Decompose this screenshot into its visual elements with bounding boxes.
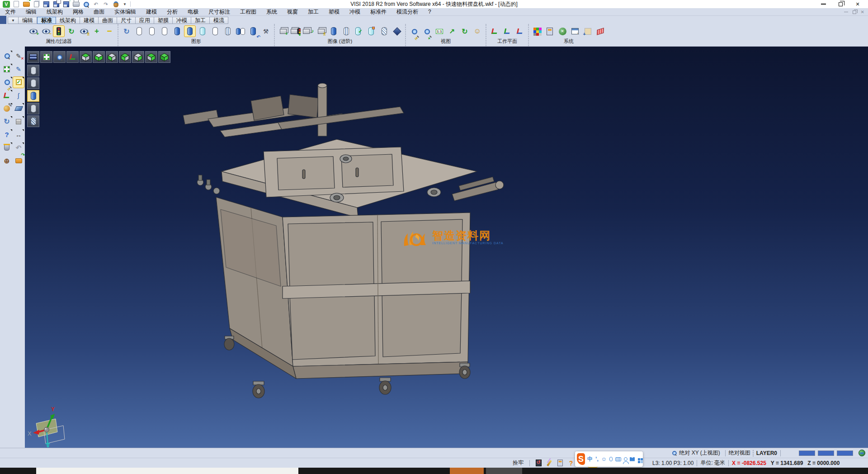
cylinder-shaded-edges-icon[interactable] [184,26,195,37]
triad-icon[interactable] [66,51,79,63]
menu-item-dimension[interactable]: 尺寸标注 [203,8,235,16]
menu-item-flow-analysis[interactable]: 模流分析 [392,8,423,16]
zoom-search-icon[interactable] [53,51,66,63]
display-cylinder-active-icon[interactable] [27,90,39,102]
print-icon[interactable] [73,2,80,7]
cylinder-hidden-line-icon[interactable] [146,26,157,37]
menu-item-window[interactable]: 视窗 [282,8,303,16]
menu-item-analysis[interactable]: 分析 [162,8,183,16]
tab-dimension[interactable]: 尺寸 [117,17,136,24]
display-cylinder-3-icon[interactable] [27,103,39,114]
menu-item-system[interactable]: 系统 [261,8,282,16]
save-icon[interactable] [43,1,49,7]
menu-item-electrode[interactable]: 电极 [183,8,203,16]
help-orange-icon[interactable]: ? [566,459,576,467]
punctuation-button[interactable]: ’, [595,455,599,463]
menu-item-solid-edit[interactable]: 实体编辑 [109,8,141,16]
tab-application[interactable]: 应用 [136,17,154,24]
solids-toggle-icon[interactable] [316,26,326,37]
undo-icon[interactable]: ↶ [13,142,24,153]
save-export-icon[interactable] [63,1,69,7]
menu-item-die[interactable]: 冲模 [344,8,365,16]
tab-surface[interactable]: 曲面 [99,17,117,24]
close-button[interactable]: ✕ [849,0,866,8]
display-list-icon[interactable] [27,51,39,63]
eye-add-icon[interactable] [28,26,39,37]
select-grid-icon[interactable] [582,26,593,37]
navigate-icon[interactable]: ⊕ [1,156,12,166]
import-pages-icon[interactable] [34,1,39,7]
menu-item-mold[interactable]: 塑模 [324,8,344,16]
eye-remove-icon[interactable] [41,26,52,37]
workplane-align-icon[interactable] [502,26,513,37]
globe-icon[interactable] [859,450,865,456]
cylinder-wireframe-icon[interactable] [134,26,145,37]
child-close-button[interactable]: ✕ [861,9,864,14]
remove-icon[interactable]: − [104,26,115,37]
tab-flow[interactable]: 模流 [210,17,228,24]
calculator-icon[interactable] [556,459,565,467]
view-front-cube-icon[interactable] [106,51,118,63]
menu-item-surface[interactable]: 曲面 [89,8,109,16]
workplane-view-icon[interactable] [514,26,525,37]
regen-graphics-icon[interactable]: ↻ [121,26,132,37]
minimize-button[interactable] [815,0,832,8]
zoom-1-1-icon[interactable]: 1:1 [434,26,445,37]
tab-mold[interactable]: 塑膜 [154,17,173,24]
tab-modeling[interactable]: 建模 [80,17,99,24]
solids-filter-icon[interactable] [290,26,301,37]
table-settings-icon[interactable] [570,26,580,37]
workplane-axes-icon[interactable] [489,26,500,37]
display-cylinder-hatched-icon[interactable] [27,115,39,127]
zoom-extents-icon[interactable] [1,64,12,75]
solid-cube-icon[interactable] [392,26,402,37]
spline-icon[interactable]: ∫ [13,90,24,101]
solid-cylinder-shaded-icon[interactable] [328,26,339,37]
menu-item-machining[interactable]: 加工 [303,8,324,16]
menu-item-mesh[interactable]: 网格 [68,8,89,16]
cylinder-hatched-icon[interactable] [222,26,233,37]
profile-button[interactable] [623,455,627,463]
taskbar-gray-segment[interactable] [486,468,522,474]
tab-edit[interactable]: 编辑 [19,17,37,24]
child-minimize-button[interactable] [844,12,848,13]
emoji-button[interactable]: ☺ [601,455,607,463]
status-search-icon[interactable] [672,450,677,455]
orient-axes-icon[interactable] [1,90,12,101]
zoom-arrow-icon[interactable]: ↗ [447,26,458,37]
solid-cylinder-wire-icon[interactable] [379,26,390,37]
cylinder-dashed-icon[interactable] [159,26,170,37]
zoom-in-out-icon[interactable] [409,26,420,37]
menu-item-standard-parts[interactable]: 标准件 [365,8,392,16]
solid-cylinder-check-icon[interactable]: ✓ [354,26,364,37]
search-zoom-icon[interactable] [1,51,12,62]
selection-wand-icon[interactable] [545,459,554,467]
voice-button[interactable] [609,455,613,463]
confirm-check-icon[interactable]: ✓ [13,77,24,88]
attributes-brush-icon[interactable] [1,103,12,114]
status-layer[interactable]: LAYER0 [756,450,777,456]
status-units[interactable]: 单位: 毫米 [700,459,725,467]
display-cylinder-2-icon[interactable] [27,77,39,89]
tab-machining[interactable]: 加工 [191,17,210,24]
cylinder-dynamic-icon[interactable] [248,26,259,37]
view-right-cube-icon[interactable] [145,51,157,63]
erase-sketch-icon[interactable]: ✎ [13,51,24,62]
toolbox-button[interactable] [637,455,641,463]
surface-icon[interactable] [13,103,24,114]
dimension-icon[interactable]: ↔ [13,129,24,140]
solids-regen-icon[interactable]: ↻ [303,26,314,37]
display-cylinder-1-icon[interactable] [27,65,39,76]
keyboard-button[interactable] [615,455,621,463]
regen-icon[interactable]: ↻ [1,116,12,127]
menu-item-modeling[interactable]: 建模 [141,8,162,16]
taskbar-accent-segment[interactable] [450,468,484,474]
view-back-cube-icon[interactable] [119,51,131,63]
add-icon[interactable]: + [91,26,102,37]
cylinder-flat-icon[interactable] [210,26,221,37]
view-face-icon[interactable]: ☺ [472,26,483,37]
restore-button[interactable] [832,0,849,8]
capture-icon[interactable] [113,1,118,7]
open-file-icon[interactable] [23,2,30,7]
new-document-icon[interactable] [14,1,19,7]
